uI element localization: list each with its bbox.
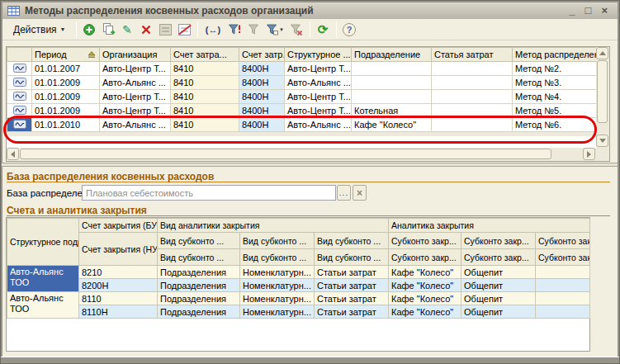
column-header-subconto-kind-2[interactable]: Вид субконто ... (240, 249, 315, 266)
scroll-left-button[interactable] (7, 148, 19, 160)
cell-account-nu[interactable]: 8400Н (239, 90, 285, 104)
column-header-subconto-kind-1[interactable]: Вид субконто ... (158, 233, 240, 249)
column-header-subconto-closing-1[interactable]: Субконто закр... (389, 233, 461, 249)
column-header-subconto-closing-3[interactable]: Субконто закр... (536, 249, 590, 266)
row-marker-cell[interactable] (7, 90, 32, 104)
cell-method[interactable]: Метод №2. (513, 62, 597, 76)
column-header-account-bu[interactable]: Счет затра... (171, 48, 239, 62)
column-header-subconto-kind-2[interactable]: Вид субконто ... (240, 233, 315, 249)
maximize-button[interactable]: □ (585, 5, 592, 17)
cell-structural[interactable]: Авто-Центр Т... (285, 90, 352, 104)
cell-account-bu[interactable]: 8410 (171, 76, 239, 90)
cell-subconto-closing-1[interactable]: Кафе "Колесо" (389, 305, 461, 319)
cell-subconto-kind-2[interactable]: Номенклатурн... (240, 279, 315, 292)
cell-account-bu[interactable]: 8410 (171, 118, 239, 132)
copy-button[interactable] (100, 21, 117, 38)
cell-method[interactable]: Метод №3. (513, 76, 597, 90)
cell-period[interactable]: 01.01.2009 (32, 76, 100, 90)
cell-subconto-kind-2[interactable]: Номенклатурн... (240, 292, 315, 305)
cell-period[interactable]: 01.01.2007 (32, 62, 100, 76)
column-header-closing-account-bu[interactable]: Счет закрытия (БУ) (79, 219, 158, 233)
fit-columns-button[interactable]: (↔) (202, 21, 225, 38)
cell-closing-account-bu[interactable]: 8110 (79, 292, 158, 305)
cell-account-bu[interactable]: 8410 (171, 104, 239, 118)
cell-structural-subdivision-selected[interactable]: Авто-Альянс ТОО (7, 266, 79, 292)
cell-organization[interactable]: Авто-Центр Т... (100, 90, 171, 104)
row-marker-cell-selected[interactable] (7, 118, 32, 132)
cell-subdivision[interactable]: Кафе "Колесо" (352, 118, 432, 132)
vertical-scrollbar[interactable] (596, 47, 609, 147)
panel-splitter[interactable] (2, 163, 618, 167)
cell-cost-item[interactable] (432, 90, 513, 104)
cell-cost-item[interactable] (432, 118, 513, 132)
filter-clear-button[interactable] (288, 21, 305, 38)
cell-subconto-kind-3[interactable]: Статьи затрат (315, 279, 389, 292)
cell-structural-subdivision[interactable]: Авто-Альянс ТОО (7, 292, 79, 319)
cell-subconto-kind-2[interactable]: Номенклатурн... (240, 266, 315, 279)
cell-subconto-kind-1[interactable]: Подразделения (158, 266, 240, 279)
horizontal-scroll-thumb[interactable] (20, 149, 551, 159)
cell-subconto-closing-3[interactable] (536, 279, 590, 292)
cell-cost-item[interactable] (432, 76, 513, 90)
cell-subconto-closing-3[interactable] (536, 266, 590, 279)
cell-subconto-kind-1[interactable]: Подразделения (158, 279, 240, 292)
cell-method[interactable]: Метод №5. (513, 104, 597, 118)
table-row[interactable]: 01.01.2009 Авто-Центр Т... 8410 8400Н Ав… (7, 90, 597, 104)
cell-closing-account-nu[interactable]: 8110Н (79, 305, 158, 319)
vertical-scroll-thumb[interactable] (597, 60, 608, 123)
refresh-button[interactable]: ⟳ (315, 21, 332, 38)
column-header-subconto-closing-3[interactable]: Субконто закр... (536, 233, 590, 249)
help-button[interactable]: ? (341, 21, 358, 38)
table-row[interactable]: 01.01.2009 Авто-Центр Т... 8410 8400Н Ав… (7, 104, 597, 118)
cell-subconto-closing-2[interactable]: Общепит (461, 279, 536, 292)
edit-button[interactable]: ✎ (119, 21, 136, 38)
cell-closing-account-nu[interactable]: 8200Н (79, 279, 158, 292)
set-period-button[interactable] (157, 21, 174, 38)
table-row-current[interactable]: 01.01.2010 Авто-Альянс ... 8410 8400Н Ав… (7, 118, 597, 132)
column-header-subdivision[interactable]: Подразделение (352, 48, 432, 62)
column-header-subconto-closing-2[interactable]: Субконто закр... (461, 233, 536, 249)
table-row[interactable]: Авто-Альянс ТОО 8210 Подразделения Номен… (7, 266, 590, 279)
cell-subconto-kind-3[interactable]: Статьи затрат (315, 305, 389, 319)
column-group-closing-analytics[interactable]: Аналитика закрытия (389, 219, 590, 233)
cell-subconto-kind-1[interactable]: Подразделения (158, 305, 240, 319)
cell-subconto-closing-2[interactable]: Общепит (461, 292, 536, 305)
cell-organization[interactable]: Авто-Центр Т... (100, 62, 171, 76)
scroll-right-button[interactable] (583, 148, 595, 160)
cell-organization[interactable]: Авто-Центр Т... (100, 104, 171, 118)
distribution-base-input[interactable]: Плановая себестоимость (82, 185, 336, 201)
add-button[interactable] (81, 21, 98, 38)
minimize-button[interactable]: _ (569, 5, 575, 17)
horizontal-scrollbar[interactable] (7, 148, 596, 161)
cell-period[interactable]: 01.01.2010 (32, 118, 100, 132)
filter-set-button[interactable] (226, 21, 244, 38)
cell-method[interactable]: Метод №6. (513, 118, 597, 132)
table-row[interactable]: Авто-Альянс ТОО 8110 Подразделения Номен… (7, 292, 590, 305)
cell-subdivision[interactable] (352, 90, 432, 104)
cell-subconto-kind-2[interactable]: Номенклатурн... (240, 305, 315, 319)
column-header-subconto-kind-3[interactable]: Вид субконто ... (315, 233, 389, 249)
cell-cost-item[interactable] (432, 104, 513, 118)
cell-subconto-closing-3[interactable] (536, 305, 590, 319)
deny-edit-button[interactable] (176, 21, 193, 38)
filter-by-value-button[interactable] (245, 21, 263, 38)
cell-period[interactable]: 01.01.2009 (32, 90, 100, 104)
column-header-organization[interactable]: Организация (100, 48, 171, 62)
cell-period[interactable]: 01.01.2009 (32, 104, 100, 118)
cell-subconto-closing-2[interactable]: Общепит (461, 305, 536, 319)
cell-subconto-closing-1[interactable]: Кафе "Колесо" (389, 266, 461, 279)
delete-button[interactable] (138, 21, 155, 38)
table-row[interactable]: 8200Н Подразделения Номенклатурн... Стат… (7, 279, 590, 292)
column-header-closing-account-nu[interactable]: Счет закрытия (НУ) (79, 233, 158, 266)
cell-account-nu[interactable]: 8400Н (239, 76, 285, 90)
cell-structural[interactable]: Авто-Центр Т... (285, 104, 352, 118)
cell-subdivision[interactable] (352, 76, 432, 90)
window-titlebar[interactable]: Методы распределения косвенных расходов … (2, 2, 618, 19)
column-header-subconto-kind-3[interactable]: Вид субконто ... (315, 249, 389, 266)
cell-organization[interactable]: Авто-Альянс ... (100, 76, 171, 90)
cell-subconto-closing-1[interactable]: Кафе "Колесо" (389, 279, 461, 292)
cell-subconto-closing-3[interactable] (536, 292, 590, 305)
cell-subconto-closing-2[interactable]: Общепит (461, 266, 536, 279)
cell-subconto-kind-1[interactable]: Подразделения (158, 292, 240, 305)
scroll-down-button[interactable] (596, 135, 608, 147)
